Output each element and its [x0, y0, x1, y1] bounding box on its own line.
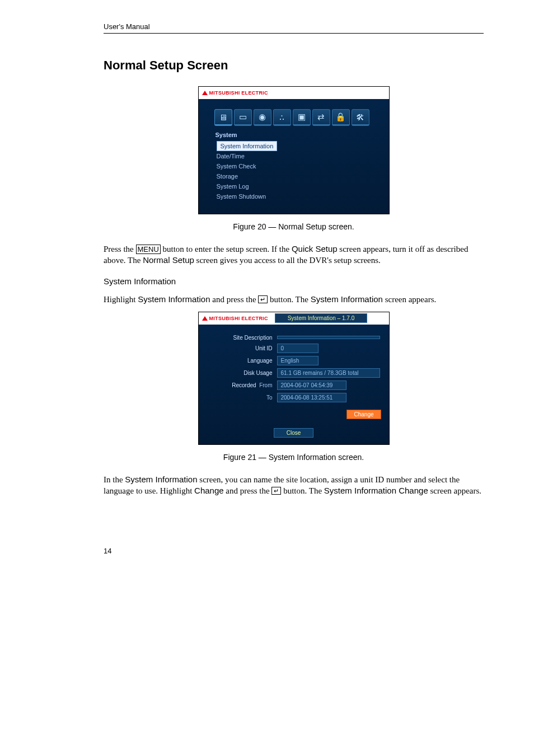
row-language: Language English: [207, 356, 381, 365]
toolbar-record-icon[interactable]: ◉: [254, 109, 271, 126]
text: To: [266, 395, 273, 401]
text: screen gives you access to all the DVR's…: [194, 256, 381, 265]
change-button[interactable]: Change: [346, 410, 381, 419]
text: Highlight: [104, 295, 138, 304]
paragraph-highlight-sysinfo: Highlight System Information and press t…: [104, 294, 484, 305]
mitsubishi-logo: MITSUBISHI ELECTRIC: [202, 90, 268, 96]
toolbar-password-icon[interactable]: 🔒: [332, 109, 350, 126]
toolbar-display-icon[interactable]: ▣: [293, 109, 311, 126]
figure-20-caption: Figure 20 — Normal Setup screen.: [104, 222, 484, 231]
row-recorded-to: To 2004-06-08 13:25:51: [207, 393, 381, 402]
menu-item-date-time[interactable]: Date/Time: [217, 151, 389, 161]
dialog-footer: Close: [199, 425, 389, 441]
text: and press the: [210, 295, 258, 304]
window-title: System Information – 1.7.0: [275, 313, 368, 323]
menu-item-system-log[interactable]: System Log: [217, 181, 389, 191]
mitsubishi-triangles-icon: [202, 316, 208, 321]
quick-setup-term: Quick Setup: [292, 244, 338, 253]
panel-label: System: [199, 129, 389, 140]
titlebar: MITSUBISHI ELECTRIC: [199, 87, 389, 99]
mitsubishi-triangles-icon: [202, 91, 208, 95]
row-recorded-from: Recorded From 2004-06-07 04:54:39: [207, 381, 381, 390]
toolbar-event-icon[interactable]: ⛬: [273, 109, 291, 126]
row-site-description: Site Description: [207, 335, 381, 341]
label-recorded-to: To: [207, 395, 277, 401]
toolbar: 🖥 ▭ ◉ ⛬ ▣ ⇄ 🔒 🛠: [199, 99, 389, 129]
label-recorded-from: Recorded From: [207, 382, 277, 388]
brand-text: MITSUBISHI ELECTRIC: [209, 316, 268, 321]
system-information-change-term: System Information Change: [324, 486, 428, 495]
enter-key-icon: ↵: [258, 295, 268, 303]
running-header: User's Manual: [104, 22, 484, 34]
brand-text: MITSUBISHI ELECTRIC: [209, 90, 268, 96]
close-button[interactable]: Close: [274, 428, 314, 438]
text: screen appears.: [428, 486, 481, 495]
normal-setup-term: Normal Setup: [143, 255, 194, 265]
toolbar-config-icon[interactable]: 🛠: [352, 109, 369, 126]
figure-system-information: MITSUBISHI ELECTRIC System Information –…: [104, 312, 484, 445]
section-title: Normal Setup Screen: [104, 58, 484, 73]
system-information-term: System Information: [311, 294, 383, 304]
value-recorded-to: 2004-06-08 13:25:51: [277, 393, 346, 402]
menu-item-system-shutdown[interactable]: System Shutdown: [217, 191, 389, 201]
menu-item-system-information[interactable]: System Information: [217, 141, 278, 151]
value-language[interactable]: English: [277, 356, 318, 365]
label-language: Language: [207, 358, 277, 364]
normal-setup-screenshot: MITSUBISHI ELECTRIC 🖥 ▭ ◉ ⛬ ▣ ⇄ 🔒 🛠 Syst…: [198, 86, 390, 214]
figure-normal-setup: MITSUBISHI ELECTRIC 🖥 ▭ ◉ ⛬ ▣ ⇄ 🔒 🛠 Syst…: [104, 86, 484, 214]
system-menu: System Information Date/Time System Chec…: [199, 140, 389, 201]
button-row: Change: [199, 407, 389, 425]
system-information-screenshot: MITSUBISHI ELECTRIC System Information –…: [198, 312, 390, 445]
row-disk-usage: Disk Usage 61.1 GB remains / 78.3GB tota…: [207, 368, 381, 378]
text: and press the: [224, 486, 272, 495]
text: button. The: [281, 486, 324, 495]
page-number: 14: [104, 547, 484, 555]
enter-key-icon: ↵: [271, 487, 281, 495]
text: In the: [104, 475, 125, 484]
label-unit-id: Unit ID: [207, 345, 277, 351]
menu-key-label: MENU: [136, 245, 161, 254]
menu-item-system-check[interactable]: System Check: [217, 161, 389, 171]
subsection-system-information: System Information: [104, 276, 484, 286]
label-site-description: Site Description: [207, 335, 277, 341]
text: Recorded: [232, 382, 256, 388]
toolbar-camera-icon[interactable]: ▭: [234, 109, 252, 126]
mitsubishi-logo: MITSUBISHI ELECTRIC: [202, 316, 268, 321]
toolbar-system-icon[interactable]: 🖥: [214, 109, 232, 126]
text: screen appears.: [383, 295, 436, 304]
titlebar: MITSUBISHI ELECTRIC System Information –…: [199, 312, 389, 325]
system-info-form: Site Description Unit ID 0 Language Engl…: [199, 325, 389, 407]
paragraph-press-menu: Press the MENU button to enter the setup…: [104, 243, 484, 266]
row-unit-id: Unit ID 0: [207, 344, 381, 353]
paragraph-sysinfo-description: In the System Information screen, you ca…: [104, 474, 484, 497]
value-recorded-from: 2004-06-07 04:54:39: [277, 381, 346, 390]
text: Press the: [104, 245, 136, 253]
text: button to enter the setup screen. If the: [161, 245, 292, 253]
toolbar-network-icon[interactable]: ⇄: [312, 109, 330, 126]
text: From: [259, 382, 272, 388]
label-disk-usage: Disk Usage: [207, 370, 277, 376]
system-information-term: System Information: [138, 294, 210, 304]
change-term: Change: [194, 486, 224, 495]
figure-21-caption: Figure 21 — System Information screen.: [104, 453, 484, 462]
value-disk-usage: 61.1 GB remains / 78.3GB total: [277, 368, 380, 378]
text: button. The: [268, 295, 310, 304]
menu-item-storage[interactable]: Storage: [217, 171, 389, 181]
value-unit-id[interactable]: 0: [277, 344, 318, 353]
system-information-term: System Information: [125, 475, 197, 484]
value-site-description[interactable]: [277, 336, 380, 339]
